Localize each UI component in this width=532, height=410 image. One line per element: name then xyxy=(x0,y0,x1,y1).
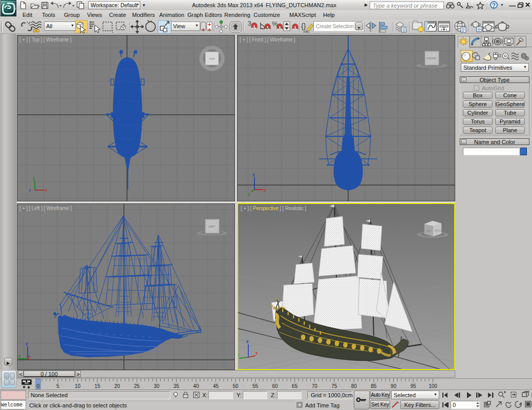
svg-text:z: z xyxy=(246,339,249,344)
svg-text:y: y xyxy=(248,191,250,196)
svg-text:45: 45 xyxy=(213,383,219,389)
svg-text:15: 15 xyxy=(95,383,101,389)
svg-text:z: z xyxy=(252,172,255,177)
svg-text:55: 55 xyxy=(252,383,259,389)
svg-text:95: 95 xyxy=(410,383,416,389)
svg-text:75: 75 xyxy=(331,383,337,389)
svg-text:x: x xyxy=(45,188,48,193)
svg-text:LEFT: LEFT xyxy=(426,230,432,233)
svg-text:80: 80 xyxy=(351,383,357,389)
svg-text:FRONT: FRONT xyxy=(427,57,437,60)
svg-text:LEFT: LEFT xyxy=(208,225,216,228)
svg-text:70: 70 xyxy=(312,383,318,389)
svg-text:50: 50 xyxy=(232,383,239,389)
svg-text:10: 10 xyxy=(75,383,81,389)
svg-text:85: 85 xyxy=(371,383,377,389)
svg-text:25: 25 xyxy=(134,383,140,389)
svg-text:x: x xyxy=(264,188,266,193)
svg-text:y: y xyxy=(18,353,21,358)
svg-text:30: 30 xyxy=(154,383,160,389)
svg-text:y: y xyxy=(33,175,35,180)
svg-text:40: 40 xyxy=(193,383,199,389)
svg-text:0: 0 xyxy=(37,383,40,389)
svg-text:x: x xyxy=(256,351,258,356)
svg-text:90: 90 xyxy=(391,383,397,389)
svg-text:5: 5 xyxy=(56,383,59,389)
svg-text:60: 60 xyxy=(272,383,279,389)
svg-text:y: y xyxy=(238,352,240,357)
svg-text:3: 3 xyxy=(248,20,251,27)
svg-text:35: 35 xyxy=(174,383,180,389)
svg-text:TOP: TOP xyxy=(209,57,215,60)
svg-text:FRON: FRON xyxy=(435,230,441,232)
svg-text:ABC: ABC xyxy=(303,30,310,33)
svg-text:z: z xyxy=(26,341,28,346)
svg-text:65: 65 xyxy=(292,383,298,389)
svg-text:z: z xyxy=(29,188,31,193)
svg-text:20: 20 xyxy=(114,383,120,389)
svg-text:{}: {} xyxy=(301,22,306,30)
svg-text:100: 100 xyxy=(429,383,437,389)
svg-text:x: x xyxy=(28,354,31,359)
